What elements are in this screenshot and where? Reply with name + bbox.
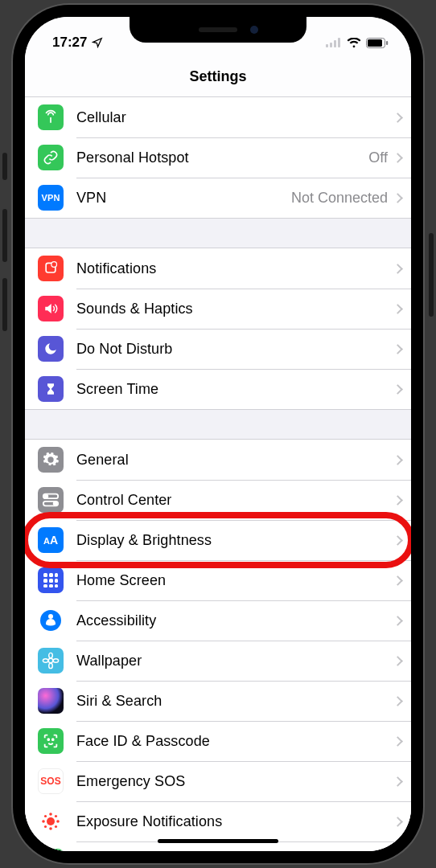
svg-point-29 (47, 739, 49, 740)
settings-row-exposure[interactable]: Exposure Notifications (25, 801, 411, 841)
chevron-right-icon (393, 264, 403, 274)
settings-group: NotificationsSounds & HapticsDo Not Dist… (25, 248, 411, 410)
svg-point-28 (53, 659, 58, 663)
chevron-right-icon (393, 696, 403, 706)
chevron-right-icon (393, 495, 403, 506)
switches-icon (38, 487, 64, 513)
settings-row-dnd[interactable]: Do Not Disturb (25, 329, 411, 369)
chevron-right-icon (393, 575, 403, 586)
svg-point-37 (55, 815, 57, 817)
svg-point-38 (44, 825, 47, 828)
svg-rect-0 (326, 44, 328, 47)
svg-point-39 (55, 825, 57, 828)
row-label: Siri & Search (76, 693, 394, 710)
svg-rect-6 (386, 41, 388, 45)
flower-icon (38, 648, 64, 674)
link-icon (38, 145, 64, 170)
battery-icon (366, 38, 389, 48)
row-detail: Off (368, 149, 388, 166)
chevron-right-icon (393, 113, 403, 123)
bell-icon (38, 256, 64, 281)
row-label: VPN (76, 190, 291, 207)
svg-point-26 (49, 663, 53, 668)
chevron-right-icon (393, 384, 403, 395)
svg-rect-19 (43, 584, 47, 588)
settings-row-cellular[interactable]: Cellular (25, 97, 411, 137)
row-label: Notifications (76, 260, 394, 277)
settings-row-display[interactable]: AADisplay & Brightness (25, 520, 411, 560)
svg-point-24 (48, 658, 53, 663)
svg-rect-2 (334, 40, 336, 47)
svg-point-8 (51, 262, 57, 268)
siri-icon (38, 688, 64, 714)
row-label: Sounds & Haptics (76, 301, 394, 317)
aa-text: AA (38, 527, 64, 553)
svg-point-27 (43, 659, 47, 663)
page-title: Settings (189, 68, 246, 85)
settings-row-screentime[interactable]: Screen Time (25, 369, 411, 409)
nav-bar-title: Settings (25, 57, 411, 97)
chevron-right-icon (393, 344, 403, 354)
chevron-right-icon (393, 153, 403, 163)
svg-point-30 (52, 739, 54, 740)
chevron-right-icon (393, 535, 403, 546)
person-icon (38, 608, 64, 633)
settings-group: CellularPersonal HotspotOffVPNVPNNot Con… (25, 97, 411, 219)
battery-icon (38, 849, 64, 851)
svg-point-33 (49, 827, 52, 830)
settings-row-accessibility[interactable]: Accessibility (25, 600, 411, 641)
phone-frame: 17:27 Settings CellularPersonal HotspotO… (13, 5, 423, 863)
settings-row-wallpaper[interactable]: Wallpaper (25, 641, 411, 681)
moon-icon (38, 336, 64, 362)
wifi-icon (347, 38, 361, 48)
row-label: Personal Hotspot (76, 149, 368, 166)
chevron-right-icon (393, 817, 403, 827)
settings-row-faceid[interactable]: Face ID & Passcode (25, 721, 411, 761)
svg-rect-16 (43, 579, 47, 583)
home-indicator[interactable] (158, 839, 278, 843)
settings-group: GeneralControl CenterAADisplay & Brightn… (25, 439, 411, 851)
settings-row-sounds[interactable]: Sounds & Haptics (25, 289, 411, 329)
chevron-right-icon (393, 193, 403, 203)
svg-point-36 (44, 815, 47, 817)
svg-point-34 (42, 820, 45, 823)
settings-row-siri[interactable]: Siri & Search (25, 681, 411, 721)
hourglass-icon (38, 376, 64, 402)
navigate-icon (92, 37, 103, 48)
svg-point-12 (54, 502, 57, 506)
svg-point-10 (45, 495, 48, 498)
svg-rect-20 (49, 584, 53, 588)
svg-point-23 (48, 614, 53, 619)
settings-row-notifications[interactable]: Notifications (25, 248, 411, 289)
chevron-right-icon (393, 455, 403, 465)
status-time: 17:27 (52, 35, 87, 51)
notch (130, 17, 306, 43)
vpn-text: VPN (38, 185, 64, 211)
settings-list[interactable]: CellularPersonal HotspotOffVPNVPNNot Con… (25, 97, 411, 851)
chevron-right-icon (393, 776, 403, 787)
svg-rect-13 (43, 573, 47, 577)
settings-row-sos[interactable]: SOSEmergency SOS (25, 761, 411, 801)
row-label: Wallpaper (76, 653, 394, 669)
settings-row-hotspot[interactable]: Personal HotspotOff (25, 137, 411, 178)
settings-row-general[interactable]: General (25, 440, 411, 480)
row-label: Control Center (76, 492, 394, 509)
face-icon (38, 728, 64, 754)
chevron-right-icon (393, 616, 403, 626)
grid-icon (38, 567, 64, 593)
row-label: Accessibility (76, 612, 394, 629)
svg-point-25 (49, 653, 53, 657)
settings-row-homescreen[interactable]: Home Screen (25, 560, 411, 600)
svg-rect-1 (330, 43, 332, 47)
row-label: Exposure Notifications (76, 813, 394, 830)
svg-point-35 (56, 820, 60, 823)
row-label: Screen Time (76, 381, 394, 398)
svg-rect-5 (368, 39, 382, 47)
settings-row-controlcenter[interactable]: Control Center (25, 480, 411, 520)
row-detail: Not Connected (291, 190, 388, 207)
sos-text: SOS (38, 768, 64, 794)
settings-row-vpn[interactable]: VPNVPNNot Connected (25, 178, 411, 218)
virus-icon (38, 809, 64, 834)
svg-rect-18 (55, 579, 58, 583)
antenna-icon (38, 104, 64, 130)
